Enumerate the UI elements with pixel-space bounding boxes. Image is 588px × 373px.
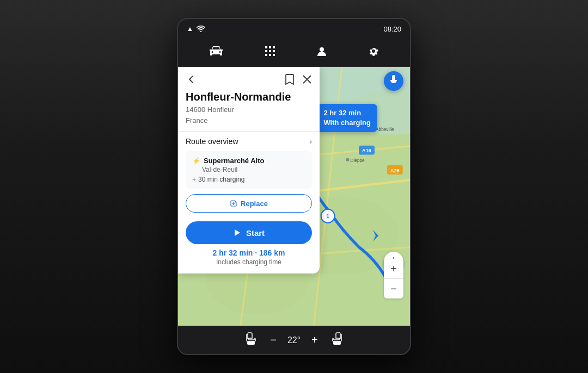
trip-duration: 2 hr 32 min · 186 km bbox=[186, 248, 312, 257]
svg-marker-45 bbox=[235, 229, 240, 236]
svg-rect-3 bbox=[265, 50, 267, 52]
route-overview-row[interactable]: Route overview › bbox=[186, 137, 312, 146]
svg-text:Dieppe: Dieppe bbox=[350, 158, 365, 163]
trip-info: 2 hr 32 min · 186 km Includes charging t… bbox=[178, 248, 320, 273]
callout-line1: 2 hr 32 min bbox=[323, 108, 371, 118]
charging-time-row: + 30 min charging bbox=[192, 176, 305, 183]
destination-name: Honfleur-Normandie bbox=[178, 90, 320, 104]
svg-point-29 bbox=[346, 158, 349, 161]
tablet-screen: ▲ 08:20 bbox=[177, 18, 411, 355]
svg-rect-4 bbox=[269, 50, 271, 52]
status-bar: ▲ 08:20 bbox=[178, 19, 410, 39]
destination-address: 14600 Honfleur France bbox=[178, 104, 320, 131]
address-line2: France bbox=[186, 115, 312, 126]
voice-button[interactable] bbox=[384, 71, 403, 91]
back-button[interactable] bbox=[186, 74, 197, 88]
svg-rect-6 bbox=[265, 54, 267, 56]
plus-icon: + bbox=[192, 176, 196, 183]
zoom-controls: + − bbox=[384, 259, 403, 299]
temp-increase-button[interactable]: + bbox=[307, 332, 322, 349]
charging-stop-card: ⚡ Supermarché Alto Val-de-Reuil + 30 min… bbox=[186, 151, 312, 189]
svg-rect-5 bbox=[273, 50, 275, 52]
charging-stop-area: Val-de-Reuil bbox=[192, 166, 305, 173]
svg-point-9 bbox=[320, 47, 324, 52]
signal-icon: ▲ bbox=[187, 25, 193, 33]
bottom-panel: − 22° + bbox=[178, 326, 410, 354]
seat-right-icon[interactable] bbox=[331, 332, 343, 349]
svg-rect-47 bbox=[333, 341, 341, 345]
svg-rect-2 bbox=[273, 46, 275, 48]
chevron-right-icon: › bbox=[309, 137, 312, 146]
info-panel-actions bbox=[285, 73, 312, 88]
bookmark-button[interactable] bbox=[285, 73, 295, 88]
svg-text:A16: A16 bbox=[362, 148, 371, 153]
lightning-icon: ⚡ bbox=[192, 157, 200, 165]
info-panel-header bbox=[178, 67, 320, 90]
svg-text:Abbeville: Abbeville bbox=[376, 127, 394, 132]
nav-bar bbox=[178, 39, 410, 67]
svg-text:A26: A26 bbox=[390, 168, 400, 173]
callout-line2: With charging bbox=[323, 118, 371, 128]
temperature-control: − 22° + bbox=[266, 332, 322, 349]
map-area: A13 A131 A28 A16 A26 Le Touquet Abbevill… bbox=[178, 67, 410, 326]
route-section: Route overview › ⚡ Supermarché Alto Val-… bbox=[178, 131, 320, 218]
grid-nav-icon[interactable] bbox=[259, 40, 281, 65]
svg-rect-7 bbox=[269, 54, 271, 56]
route-callout: 2 hr 32 min With charging bbox=[317, 104, 377, 132]
profile-nav-icon[interactable] bbox=[311, 41, 332, 65]
temperature-value: 22° bbox=[287, 335, 301, 345]
charging-time-text: 30 min charging bbox=[198, 176, 244, 183]
svg-rect-8 bbox=[273, 54, 275, 56]
seat-left-icon[interactable] bbox=[245, 332, 257, 349]
svg-rect-0 bbox=[265, 46, 267, 48]
zoom-in-button[interactable]: + bbox=[384, 259, 403, 279]
trip-charging-note: Includes charging time bbox=[186, 258, 312, 266]
svg-rect-1 bbox=[269, 46, 271, 48]
svg-text:1: 1 bbox=[326, 213, 329, 219]
temp-decrease-button[interactable]: − bbox=[266, 332, 281, 349]
wifi-icon bbox=[197, 26, 205, 32]
svg-rect-46 bbox=[247, 341, 255, 345]
charging-stop-name: Supermarché Alto bbox=[204, 157, 265, 165]
close-button[interactable] bbox=[302, 74, 312, 87]
zoom-out-button[interactable]: − bbox=[384, 279, 403, 299]
settings-nav-icon[interactable] bbox=[363, 41, 384, 65]
status-time: 08:20 bbox=[383, 25, 401, 33]
start-button[interactable]: Start bbox=[186, 221, 312, 244]
replace-label: Replace bbox=[241, 200, 268, 208]
route-overview-label: Route overview bbox=[186, 137, 238, 146]
info-panel: Honfleur-Normandie 14600 Honfleur France… bbox=[178, 67, 320, 273]
status-icons: ▲ bbox=[187, 25, 205, 33]
replace-button[interactable]: Replace bbox=[186, 194, 312, 213]
car-nav-icon[interactable] bbox=[204, 41, 228, 65]
address-line1: 14600 Honfleur bbox=[186, 104, 312, 115]
start-label: Start bbox=[246, 228, 265, 238]
charging-stop-name-row: ⚡ Supermarché Alto bbox=[192, 157, 305, 165]
